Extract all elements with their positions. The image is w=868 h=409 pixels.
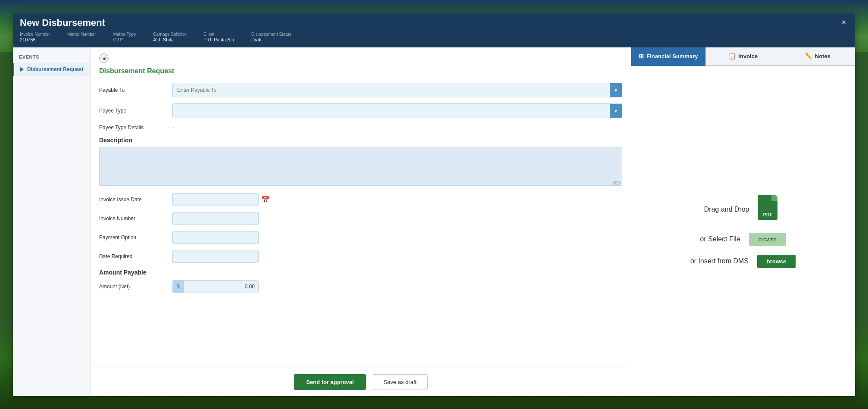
amount-payable-title: Amount Payable: [99, 269, 622, 276]
payable-to-arrow[interactable]: ▼: [610, 83, 622, 97]
payable-to-dropdown[interactable]: ▼: [172, 83, 622, 97]
sidebar: EVENTS Disbursement Request: [13, 47, 91, 396]
calendar-icon[interactable]: 📅: [261, 196, 270, 204]
payable-to-field-wrap: ▼: [172, 83, 622, 97]
tab-notes-label: Notes: [815, 53, 831, 59]
invoice-number-field-label: Invoice Number: [99, 215, 168, 222]
send-approval-button[interactable]: Send for approval: [294, 374, 366, 390]
description-textarea[interactable]: [99, 147, 622, 186]
insert-dms-row: or Insert from DMS browse: [644, 255, 842, 268]
insert-dms-text: or Insert from DMS: [690, 257, 749, 265]
tab-invoice[interactable]: 📋 Invoice: [706, 47, 780, 66]
payee-type-details-value: -: [172, 123, 174, 132]
carriage-solicitor-label: Carriage Solicitor: [153, 32, 186, 37]
payee-type-field-wrap: ▼: [172, 103, 622, 118]
collapse-button[interactable]: ◀: [99, 53, 109, 63]
invoice-issue-date-input[interactable]: [172, 193, 259, 206]
payee-type-details-label: Payee Type Details: [99, 125, 168, 131]
payee-type-label: Payee Type: [99, 108, 168, 114]
amount-net-label: Amount (Net): [99, 284, 168, 290]
pdf-icon-body: PDF: [758, 195, 777, 220]
select-file-text: or Select File: [700, 235, 740, 243]
invoice-issue-date-wrap: 📅: [172, 193, 622, 206]
payable-to-label: Payable To: [99, 87, 168, 93]
browse-file-button[interactable]: browse: [749, 233, 786, 246]
dnd-row: Drag and Drop PDF: [644, 195, 842, 224]
dialog-header: × New Disbursement Invoice Number 210755…: [13, 13, 855, 47]
description-section-title: Description: [99, 137, 622, 144]
notes-icon: ✏️: [805, 53, 812, 59]
table-icon: ⊞: [639, 53, 644, 59]
select-file-row: or Select File browse: [644, 233, 842, 246]
invoice-number-row: Invoice Number: [99, 212, 622, 225]
invoice-number-label: Invoice Number: [20, 32, 50, 37]
header-disbursement-status: Disbursement Status Draft: [251, 32, 291, 42]
amount-net-input[interactable]: [184, 281, 258, 293]
pdf-icon: PDF: [758, 195, 782, 224]
header-matter-type: Matter Type CTP: [113, 32, 136, 42]
carriage-solicitor-value: ALI, Shifa: [153, 37, 174, 42]
header-matter-number: Matter Number: [67, 32, 96, 42]
matter-number-label: Matter Number: [67, 32, 96, 37]
char-count: 500: [612, 181, 620, 185]
header-carriage-solicitor: Carriage Solicitor ALI, Shifa: [153, 32, 186, 42]
payee-type-arrow[interactable]: ▼: [610, 104, 622, 118]
payment-option-label: Payment Option: [99, 234, 168, 240]
main-panels: ◀ Disbursement Request Payable To ▼: [91, 47, 855, 396]
triangle-icon: [20, 67, 24, 72]
tab-financial-summary[interactable]: ⊞ Financial Summary: [631, 47, 706, 66]
disbursement-status-label: Disbursement Status: [251, 32, 291, 37]
description-wrap: 500: [99, 147, 622, 187]
tab-financial-summary-label: Financial Summary: [646, 53, 698, 59]
payee-type-row: Payee Type ▼: [99, 103, 622, 118]
date-required-row: Date Required: [99, 250, 622, 263]
form-title: Disbursement Request: [99, 67, 622, 75]
tab-invoice-label: Invoice: [738, 53, 758, 59]
invoice-issue-date-row: Invoice Issue Date 📅: [99, 193, 622, 206]
date-required-label: Date Required: [99, 253, 168, 259]
payee-type-select-wrap[interactable]: ▼: [172, 103, 622, 118]
sidebar-header: EVENTS: [13, 53, 90, 63]
form-area: ◀ Disbursement Request Payable To ▼: [91, 47, 631, 368]
close-button[interactable]: ×: [839, 17, 849, 28]
payment-option-input[interactable]: [172, 231, 259, 244]
header-invoice-number: Invoice Number 210755: [20, 32, 50, 42]
tabs-bar: ⊞ Financial Summary 📋 Invoice ✏️ Notes: [631, 47, 855, 66]
sidebar-item-disbursement-request[interactable]: Disbursement Request: [13, 63, 90, 76]
matter-type-label: Matter Type: [113, 32, 136, 37]
tab-notes[interactable]: ✏️ Notes: [781, 47, 855, 66]
dnd-text: Drag and Drop: [704, 206, 749, 213]
matter-type-value: CTP: [113, 37, 123, 42]
left-section: ◀ Disbursement Request Payable To ▼: [91, 47, 631, 396]
client-label: Client: [203, 32, 234, 37]
right-panel-body: Drag and Drop PDF or Select Fi: [631, 66, 855, 396]
payment-option-row: Payment Option: [99, 231, 622, 244]
drag-drop-area: Drag and Drop PDF or Select Fi: [644, 195, 842, 268]
header-client: Client FIU, Paula Si`i: [203, 32, 234, 42]
payee-type-details-row: Payee Type Details -: [99, 124, 622, 131]
pdf-label: PDF: [763, 212, 772, 217]
action-bar: Send for approval Save as draft: [91, 368, 631, 396]
amount-prefix: $: [173, 281, 184, 293]
invoice-issue-date-label: Invoice Issue Date: [99, 197, 168, 203]
invoice-number-value: 210755: [20, 37, 36, 42]
amount-net-wrap: $: [172, 280, 259, 293]
date-required-input[interactable]: [172, 250, 259, 263]
disbursement-status-value: Draft: [251, 37, 262, 42]
payable-to-input[interactable]: [173, 84, 610, 96]
pdf-icon-fold: [771, 195, 777, 201]
sidebar-item-label: Disbursement Request: [27, 66, 84, 72]
client-value: FIU, Paula Si`i: [203, 37, 234, 42]
main-dialog: × New Disbursement Invoice Number 210755…: [13, 13, 855, 396]
header-meta: Invoice Number 210755 Matter Number Matt…: [20, 32, 848, 42]
invoice-number-input[interactable]: [172, 212, 259, 225]
payee-type-select[interactable]: [173, 105, 610, 117]
save-draft-button[interactable]: Save as draft: [373, 374, 428, 390]
dialog-body: EVENTS Disbursement Request ◀ Disburseme…: [13, 47, 855, 396]
invoice-icon: 📋: [728, 53, 736, 59]
right-panel: ⊞ Financial Summary 📋 Invoice ✏️ Notes: [631, 47, 855, 396]
browse-dms-button[interactable]: browse: [757, 255, 796, 268]
payable-to-row: Payable To ▼: [99, 83, 622, 97]
dialog-title: New Disbursement: [20, 17, 848, 28]
amount-net-row: Amount (Net) $: [99, 280, 622, 293]
